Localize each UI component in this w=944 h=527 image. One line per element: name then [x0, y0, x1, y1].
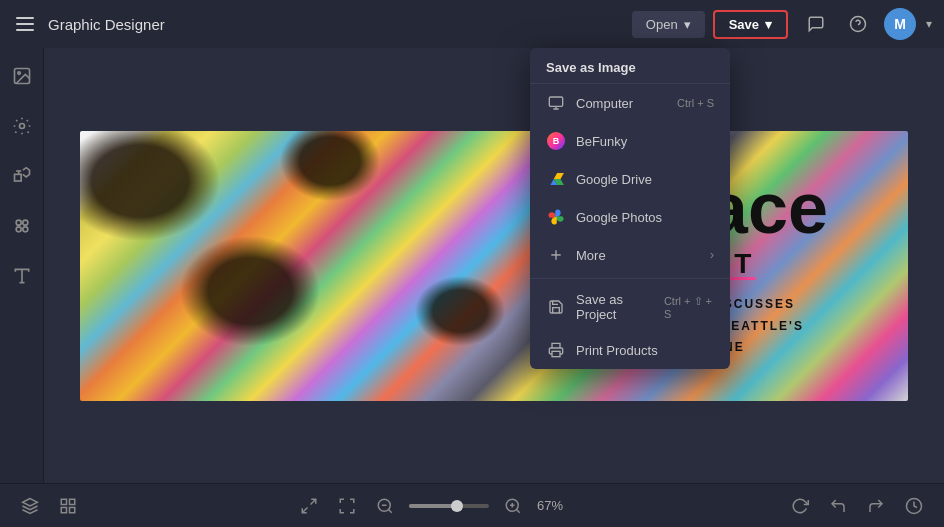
topbar-left: Graphic Designer [12, 13, 620, 35]
gphotos-label: Google Photos [576, 210, 662, 225]
open-label: Open [646, 17, 678, 32]
open-button[interactable]: Open ▾ [632, 11, 705, 38]
dropdown-item-more[interactable]: More › [530, 236, 730, 274]
save-button[interactable]: Save ▾ [713, 10, 788, 39]
avatar[interactable]: M [884, 8, 916, 40]
app-title: Graphic Designer [48, 16, 165, 33]
print-label: Print Products [576, 343, 658, 358]
open-chevron-icon: ▾ [684, 17, 691, 32]
gdrive-label: Google Drive [576, 172, 652, 187]
history-icon[interactable] [900, 492, 928, 520]
topbar: Graphic Designer Open ▾ Save ▾ M ▾ [0, 0, 944, 48]
svg-line-31 [516, 509, 519, 512]
sidebar-icon-image[interactable] [6, 60, 38, 92]
dropdown-item-gdrive[interactable]: Google Drive [530, 160, 730, 198]
bottombar-left [16, 492, 82, 520]
print-icon [546, 340, 566, 360]
canvas-area: ace PODCAST JOIN MARIE AS SHE DISCUSSES … [44, 48, 944, 483]
sidebar-icon-shapes[interactable] [6, 160, 38, 192]
svg-line-28 [388, 509, 391, 512]
help-icon[interactable] [842, 8, 874, 40]
dropdown-divider [530, 278, 730, 279]
dropdown-item-computer[interactable]: Computer Ctrl + S [530, 84, 730, 122]
zoom-percent: 67% [537, 498, 573, 513]
gphotos-icon [546, 207, 566, 227]
svg-point-3 [17, 72, 19, 75]
zoom-slider[interactable] [409, 504, 489, 508]
dropdown-item-print[interactable]: Print Products [530, 331, 730, 369]
svg-rect-5 [14, 174, 21, 181]
save-chevron-icon: ▾ [765, 17, 772, 32]
svg-rect-14 [549, 97, 562, 106]
svg-line-25 [311, 499, 316, 504]
dropdown-item-save-project[interactable]: Save as Project Ctrl + ⇧ + S [530, 283, 730, 331]
fit-icon[interactable] [333, 492, 361, 520]
fullscreen-icon[interactable] [295, 492, 323, 520]
gdrive-icon [546, 169, 566, 189]
topbar-right: M ▾ [800, 8, 932, 40]
bottombar: 67% [0, 483, 944, 527]
undo-icon[interactable] [824, 492, 852, 520]
canvas-image: ace PODCAST JOIN MARIE AS SHE DISCUSSES … [80, 131, 908, 401]
svg-line-26 [302, 507, 307, 512]
avatar-chevron-icon[interactable]: ▾ [926, 17, 932, 31]
chat-icon[interactable] [800, 8, 832, 40]
svg-rect-24 [70, 507, 75, 512]
topbar-center: Open ▾ Save ▾ [632, 10, 788, 39]
grid-icon[interactable] [54, 492, 82, 520]
sidebar-icon-group[interactable] [6, 210, 38, 242]
sidebar-icon-effects[interactable] [6, 110, 38, 142]
more-chevron-icon: › [710, 248, 714, 262]
svg-rect-19 [552, 351, 560, 356]
save-dropdown: Save as Image Computer Ctrl + S B BeFunk… [530, 48, 730, 369]
menu-icon[interactable] [12, 13, 38, 35]
bottombar-center: 67% [94, 492, 774, 520]
save-label: Save [729, 17, 759, 32]
svg-point-11 [22, 227, 27, 232]
computer-icon [546, 93, 566, 113]
dropdown-header: Save as Image [530, 48, 730, 84]
computer-label: Computer [576, 96, 633, 111]
befunky-label: BeFunky [576, 134, 627, 149]
more-label: More [576, 248, 606, 263]
save-project-icon [546, 297, 566, 317]
zoom-in-icon[interactable] [499, 492, 527, 520]
svg-point-10 [16, 227, 21, 232]
svg-rect-22 [70, 499, 75, 504]
befunky-icon: B [546, 131, 566, 151]
svg-rect-21 [61, 499, 66, 504]
sidebar [0, 48, 44, 483]
zoom-out-icon[interactable] [371, 492, 399, 520]
svg-rect-23 [61, 507, 66, 512]
main-layout: ace PODCAST JOIN MARIE AS SHE DISCUSSES … [0, 48, 944, 483]
svg-point-9 [22, 220, 27, 225]
refresh-icon[interactable] [786, 492, 814, 520]
layers-icon[interactable] [16, 492, 44, 520]
computer-shortcut: Ctrl + S [677, 97, 714, 109]
svg-marker-20 [23, 498, 38, 506]
bottombar-right [786, 492, 928, 520]
dropdown-item-gphotos[interactable]: Google Photos [530, 198, 730, 236]
plus-icon [546, 245, 566, 265]
sidebar-icon-text[interactable] [6, 260, 38, 292]
dropdown-item-befunky[interactable]: B BeFunky [530, 122, 730, 160]
svg-point-8 [16, 220, 21, 225]
save-project-shortcut: Ctrl + ⇧ + S [664, 295, 714, 320]
save-project-label: Save as Project [576, 292, 654, 322]
redo-icon[interactable] [862, 492, 890, 520]
svg-point-4 [19, 124, 24, 129]
